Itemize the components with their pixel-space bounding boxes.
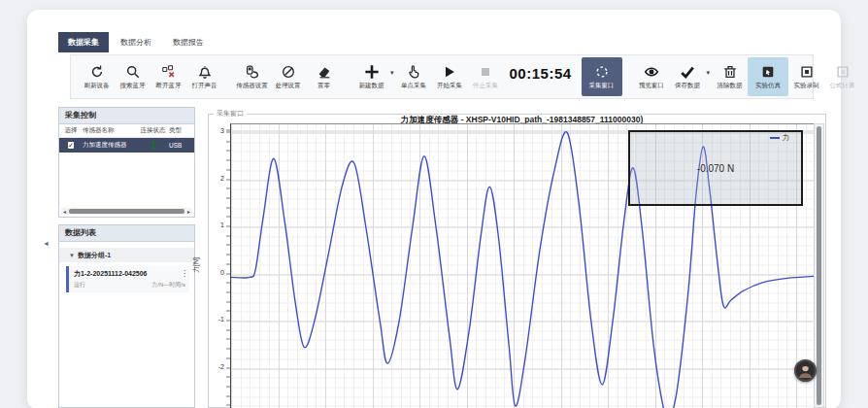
- collection-control-header: 采集控制: [59, 108, 194, 124]
- legend-swatch: [770, 137, 780, 139]
- refresh-icon: [89, 64, 105, 80]
- group-expand-caret-icon[interactable]: ▼: [69, 253, 75, 258]
- eraser-icon: [317, 64, 332, 80]
- disconnect-bluetooth-button[interactable]: 断开蓝牙: [150, 57, 186, 96]
- data-item-title: 力1-2-20251112-042506: [74, 269, 185, 279]
- capture-window-icon: [594, 64, 610, 80]
- capture-window-button[interactable]: 采集窗口: [582, 57, 622, 96]
- simulation-icon: [760, 64, 776, 80]
- start-capture-button[interactable]: 开始采集: [432, 57, 468, 96]
- data-group-row[interactable]: ▼数据分组-1: [59, 248, 194, 262]
- y-tick: -1: [205, 316, 224, 323]
- sensor-type: USB: [169, 142, 192, 149]
- scrollbar-thumb[interactable]: [69, 209, 184, 214]
- y-tick: 0: [205, 269, 224, 276]
- sensor-settings-button[interactable]: 传感器设置: [234, 57, 270, 96]
- data-list-header: 数据列表: [59, 225, 194, 242]
- chart-plot-area[interactable]: -0.070 N 力: [230, 123, 815, 408]
- plus-icon: [364, 64, 380, 80]
- sensor-settings-icon: [245, 64, 260, 80]
- timer-display: 00:15:54: [510, 65, 572, 82]
- stop-capture-button[interactable]: 停止采集: [468, 57, 504, 96]
- collection-control-panel: 采集控制 选择 传感器名称 连接状态 类型 ✓ 力加速度传感器 USB ◄ ►: [58, 107, 195, 218]
- avatar-floating-button[interactable]: [794, 359, 817, 382]
- column-type: 类型: [169, 126, 192, 135]
- new-data-button[interactable]: 新建数据: [353, 57, 389, 96]
- save-data-dropdown-caret[interactable]: ▾: [707, 69, 711, 77]
- preview-window-button[interactable]: 预览窗口: [634, 57, 670, 96]
- sensor-name: 力加速度传感器: [83, 141, 137, 150]
- save-data-button[interactable]: 保存数据: [670, 57, 706, 96]
- search-icon: [125, 64, 141, 80]
- new-data-dropdown-caret[interactable]: ▾: [390, 69, 394, 77]
- toolbar: 刷新设备 搜索蓝牙 断开蓝牙 打开声音 传感器设置 处理设置 置零: [70, 54, 814, 99]
- play-icon: [442, 64, 457, 80]
- sensor-checkbox[interactable]: ✓: [68, 142, 74, 149]
- trash-icon: [722, 64, 738, 80]
- process-settings-button[interactable]: 处理设置: [270, 57, 306, 96]
- chart-legend: 力: [770, 133, 790, 143]
- vertical-scrollbar-thumb[interactable]: [817, 126, 821, 405]
- stop-icon: [478, 64, 493, 80]
- zero-button[interactable]: 置零: [306, 57, 342, 96]
- scroll-right-arrow-icon[interactable]: ►: [185, 209, 192, 215]
- y-tick: 1: [205, 221, 224, 228]
- tab-data-collection[interactable]: 数据采集: [58, 32, 109, 52]
- check-icon: [680, 64, 695, 80]
- connection-status-dot: [152, 141, 154, 150]
- refresh-device-button[interactable]: 刷新设备: [79, 57, 115, 96]
- search-bluetooth-button[interactable]: 搜索蓝牙: [115, 57, 150, 96]
- recording-icon: [799, 64, 815, 80]
- bluetooth-disconnect-icon: [161, 64, 177, 80]
- column-sensor-name: 传感器名称: [83, 126, 137, 135]
- bell-icon: [197, 64, 213, 80]
- sensor-table-header: 选择 传感器名称 连接状态 类型: [59, 124, 194, 138]
- kebab-menu-icon[interactable]: ⋮: [181, 269, 188, 278]
- sidebar-collapse-handle[interactable]: ◄: [43, 240, 50, 247]
- data-item-axes: 力/N—时间/s: [151, 281, 185, 289]
- data-list-panel: 数据列表 ▼数据分组-1 力1-2-20251112-042506 运行 力/N…: [58, 224, 195, 408]
- column-select: 选择: [59, 126, 83, 135]
- data-list-item[interactable]: 力1-2-20251112-042506 运行 力/N—时间/s ⋮: [66, 266, 189, 292]
- y-tick: 3: [205, 127, 224, 134]
- single-point-icon: [406, 64, 421, 80]
- column-connection-status: 连接状态: [137, 126, 169, 135]
- clear-data-button[interactable]: 清除数据: [712, 57, 748, 96]
- formula-calc-button[interactable]: 公式计算: [824, 57, 860, 96]
- y-axis-label: 力[N]: [191, 257, 201, 273]
- y-tick: 2: [205, 175, 224, 182]
- data-item-status: 运行: [74, 281, 85, 289]
- app-window: 数据采集 数据分析 数据报告 刷新设备 搜索蓝牙 断开蓝牙 打开声音 传感器设置…: [0, 0, 868, 408]
- tab-data-analysis[interactable]: 数据分析: [111, 32, 161, 52]
- legend-label: 力: [783, 133, 790, 143]
- tab-data-report[interactable]: 数据报告: [163, 32, 214, 52]
- formula-icon: [835, 64, 851, 80]
- process-settings-icon: [281, 64, 296, 80]
- eye-icon: [644, 64, 659, 80]
- single-point-capture-button[interactable]: 单点采集: [396, 57, 432, 96]
- sensor-table-row[interactable]: ✓ 力加速度传感器 USB: [59, 138, 194, 153]
- y-tick: -2: [205, 363, 224, 370]
- scroll-left-arrow-icon[interactable]: ◄: [61, 209, 68, 215]
- horizontal-scrollbar[interactable]: ◄ ►: [61, 208, 192, 215]
- sound-toggle-button[interactable]: 打开声音: [186, 57, 222, 96]
- main-tabs: 数据采集 数据分析 数据报告: [58, 32, 214, 52]
- person-icon: [796, 361, 815, 380]
- simulation-button[interactable]: 实验仿真: [748, 57, 788, 96]
- measurement-annotation: -0.070 N: [697, 163, 734, 174]
- recording-button[interactable]: 实验录制: [788, 57, 824, 96]
